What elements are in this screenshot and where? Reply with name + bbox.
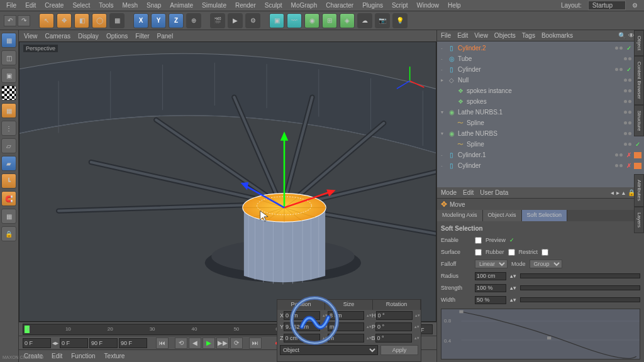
menu-script[interactable]: Script [388,1,412,10]
softsel-rubber[interactable] [508,249,515,256]
scale-tool[interactable]: ◧ [74,13,89,28]
tree-row[interactable]: ❖spokes instance✓ [438,85,643,96]
range-end[interactable] [89,338,118,348]
visibility-dots[interactable] [615,153,623,156]
om-file[interactable]: File [441,32,451,39]
tab-soft-selection[interactable]: Soft Selection [522,210,568,221]
next-key[interactable]: ⟳ [230,337,243,349]
add-deformer[interactable]: ◈ [340,13,355,28]
mat-texture[interactable]: Texture [104,353,125,359]
expand-icon[interactable]: - [441,56,447,62]
add-nurbs[interactable]: ◉ [304,13,319,28]
object-name[interactable]: Lathe NURBS [458,130,624,137]
add-primitive[interactable]: ▣ [269,13,284,28]
coord-y-pos[interactable] [284,322,320,331]
z-axis-lock[interactable]: Z [169,13,184,28]
tree-row[interactable]: ▸◇Null✓ [438,75,643,85]
om-objects[interactable]: Objects [494,32,516,39]
menu-animate[interactable]: Animate [166,1,197,10]
softsel-width[interactable] [475,296,506,304]
om-bookmarks[interactable]: Bookmarks [541,32,573,39]
object-name[interactable]: Tube [458,55,624,62]
add-light[interactable]: 💡 [392,13,408,28]
visibility-dots[interactable] [624,100,631,103]
coord-mode-select[interactable]: Object [280,345,378,355]
search-icon[interactable]: 🔍 [618,32,626,39]
enable-check-icon[interactable]: ✓ [626,66,631,73]
render-pv[interactable]: ▶ [228,13,243,28]
menu-simulate[interactable]: Simulate [198,1,230,10]
prev-key[interactable]: ⟲ [175,337,187,349]
point-mode[interactable]: ⋮ [1,121,16,136]
menu-window[interactable]: Window [413,1,443,10]
falloff-graph[interactable]: 0.8 0.4 [441,309,640,359]
workplane-mode[interactable]: ▦ [1,103,16,118]
tree-row[interactable]: ❖spokes✓ [438,96,643,107]
visibility-dots[interactable] [624,57,631,60]
menu-help[interactable]: Help [444,1,465,10]
softsel-surface[interactable] [475,249,482,256]
tree-row[interactable]: 〜Spline✓ [438,139,643,150]
add-spline[interactable]: 〰 [287,13,302,28]
goto-start[interactable]: ⏮ [156,337,169,349]
next-frame[interactable]: ▶▶ [216,337,229,349]
enable-check-icon[interactable]: ✓ [626,45,631,52]
tree-row[interactable]: ▾◉Lathe NURBS✓ [438,128,643,139]
om-view[interactable]: View [474,32,488,39]
coord-p-rot[interactable] [375,322,412,331]
tab-modeling-axis[interactable]: Modeling Axis [437,210,483,221]
coord-x-pos[interactable] [284,311,320,320]
menu-mesh[interactable]: Mesh [119,1,142,10]
nav-back-icon[interactable]: ◂ [611,189,614,196]
visibility-dots[interactable] [615,164,623,167]
softsel-mode[interactable]: Group [530,260,562,268]
expand-icon[interactable]: - [441,163,447,168]
tree-row[interactable]: 〜Spline✓ [438,118,643,128]
visibility-dots[interactable] [624,132,631,135]
softsel-restrict[interactable] [541,249,548,256]
softsel-width-slider[interactable] [520,297,640,302]
add-array[interactable]: ⊞ [322,13,337,28]
expand-icon[interactable]: - [441,67,447,72]
object-name[interactable]: Cylinder [458,162,615,169]
menu-edit[interactable]: Edit [21,1,40,10]
range-start[interactable] [23,338,51,348]
object-name[interactable]: Cylinder.1 [458,151,615,158]
current-frame[interactable] [60,338,88,348]
axis-mode[interactable]: ┗ [1,173,16,189]
softsel-radius-slider[interactable] [520,273,640,278]
object-name[interactable]: Lathe NURBS.1 [458,109,624,116]
expand-icon[interactable]: - [441,45,447,51]
menu-select[interactable]: Select [69,1,94,10]
curve-handle-mid[interactable] [547,336,551,339]
expand-icon[interactable]: ▾ [441,131,447,136]
vtab-content[interactable]: Content Browser [634,56,644,105]
object-mode[interactable]: ▣ [1,68,16,83]
vp-panel[interactable]: Panel [157,33,174,40]
object-name[interactable]: spokes instance [467,87,624,94]
visibility-dots[interactable] [615,47,623,50]
softsel-strength[interactable] [475,284,506,292]
om-edit[interactable]: Edit [457,32,468,39]
tab-object-axis[interactable]: Object Axis [483,210,522,221]
menu-plugins[interactable]: Plugins [358,1,387,10]
vp-view[interactable]: View [24,33,38,40]
render-view[interactable]: 🎬 [210,13,225,28]
menu-render[interactable]: Render [231,1,260,10]
attr-edit[interactable]: Edit [463,189,474,196]
polygon-mode[interactable]: ▰ [1,156,16,171]
project-end[interactable] [119,338,147,348]
vtab-layers[interactable]: Layers [634,207,644,233]
coord-x-size[interactable] [328,311,364,320]
rotate-tool[interactable]: ◯ [92,13,107,28]
viewport-perspective[interactable]: Perspective [19,41,436,322]
nav-up-icon[interactable]: ▴ [622,189,625,196]
last-tool[interactable]: ▦ [109,13,125,28]
menu-create[interactable]: Create [41,1,67,10]
expand-icon[interactable]: - [441,152,447,158]
add-environment[interactable]: ☁ [357,13,372,28]
play-button[interactable]: ▶ [203,337,215,349]
redo-button[interactable]: ↷ [18,15,30,26]
snap-toggle[interactable]: 🧲 [1,191,16,206]
coord-system[interactable]: ⊕ [186,13,201,28]
